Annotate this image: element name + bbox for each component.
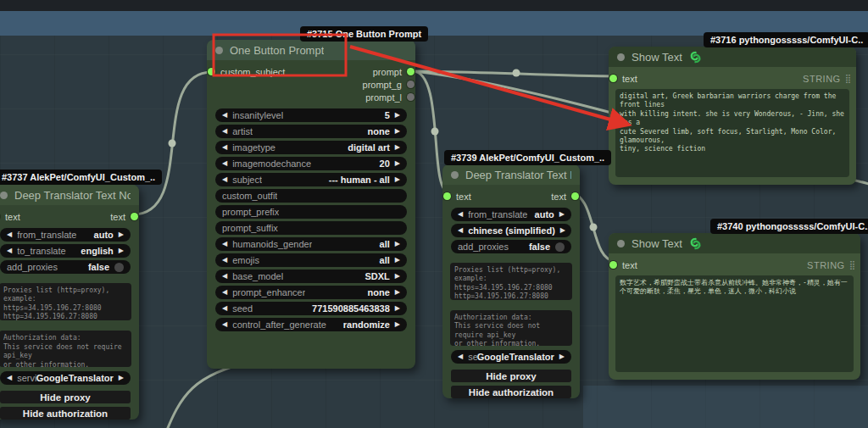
authorization-textarea[interactable]: Authorization data: This service does no…	[0, 331, 131, 367]
authorization-textarea[interactable]: Authorization data: This service does no…	[450, 310, 572, 346]
link-midpoint-dot[interactable]	[431, 128, 439, 136]
combo-left-arrow-icon[interactable]: ◀	[458, 350, 463, 364]
link-midpoint-dot[interactable]	[590, 224, 598, 231]
combo-left-arrow-icon[interactable]: ◀	[222, 125, 227, 138]
hide-authorization-button[interactable]: Hide authorization	[451, 386, 571, 398]
output-port-text[interactable]	[571, 192, 579, 200]
combo-right-arrow-icon[interactable]: ▶	[395, 286, 400, 299]
node-titlebar[interactable]: Show Text	[609, 233, 860, 253]
collapse-dot-icon[interactable]	[0, 192, 8, 199]
service-combo[interactable]: ◀ service GoogleTranslator ▶	[451, 350, 571, 364]
widget-row[interactable]: ◀ artist none ▶	[215, 125, 407, 138]
collapse-dot-icon[interactable]	[215, 47, 223, 54]
collapse-dot-icon[interactable]	[617, 240, 625, 247]
show-text-output-textarea[interactable]: 数字艺术，希腊野蛮战士带着杀意从前线冲锋。她非常神奇，-精灵，她有一 个可爱的断…	[615, 275, 854, 372]
combo-left-arrow-icon[interactable]: ◀	[7, 371, 12, 385]
combo-left-arrow-icon[interactable]: ◀	[222, 141, 227, 154]
node-graph-canvas[interactable]: #3715 One Button Prompt #3737 AlekPet/Co…	[0, 0, 868, 428]
node-titlebar[interactable]: One Button Prompt	[207, 40, 415, 60]
combo-left-arrow-icon[interactable]: ◀	[222, 270, 227, 283]
widget-row[interactable]: ◀ control_after_generate randomize ▶	[215, 318, 407, 331]
node-deep-translator-3737[interactable]: Deep Translator Text Node text text ◀ fr…	[0, 185, 139, 420]
widget-row[interactable]: ◀ to_translate chinese (simplified) ▶	[451, 224, 571, 237]
widget-row[interactable]: ◀ base_model SDXL ▶	[215, 270, 407, 283]
widget-row[interactable]: ◀ prompt_enhancer none ▶	[215, 286, 407, 299]
input-port-text[interactable]	[609, 261, 617, 269]
combo-right-arrow-icon[interactable]: ▶	[395, 270, 400, 283]
widget-row[interactable]: prompt_suffix	[215, 221, 407, 235]
combo-left-arrow-icon[interactable]: ◀	[7, 244, 12, 258]
node-deep-translator-3739[interactable]: Deep Translator Text Node text text ◀ fr…	[442, 164, 580, 398]
widget-row[interactable]: custom_outfit	[215, 189, 407, 203]
proxies-textarea[interactable]: Proxies list (http=proxy), example: http…	[450, 263, 572, 300]
combo-right-arrow-icon[interactable]: ▶	[119, 371, 124, 385]
input-port-text[interactable]	[443, 192, 451, 200]
widget-row[interactable]: add_proxies false	[0, 260, 131, 274]
combo-right-arrow-icon[interactable]: ▶	[395, 237, 400, 251]
widget-row[interactable]: ◀ humanoids_gender all ▶	[215, 237, 407, 251]
widget-list: ◀ from_translate auto ▶ ◀ to_translate c…	[442, 203, 580, 256]
proxies-textarea[interactable]: Proxies list (http=proxy), example: http…	[0, 283, 131, 320]
show-text-output-textarea[interactable]: digital art, Greek barbarian warriors ch…	[615, 89, 849, 177]
combo-left-arrow-icon[interactable]: ◀	[458, 224, 463, 237]
toggle-knob[interactable]	[555, 242, 565, 252]
input-label: custom_subject	[220, 67, 285, 77]
output-port-text[interactable]	[131, 213, 138, 220]
combo-right-arrow-icon[interactable]: ▶	[119, 228, 124, 242]
output-port-prompt-g[interactable]	[407, 81, 415, 88]
combo-left-arrow-icon[interactable]: ◀	[222, 108, 227, 122]
widget-row[interactable]: ◀ imagemodechance 20 ▶	[215, 157, 407, 170]
widget-row[interactable]: ◀ from_translate auto ▶	[451, 208, 571, 221]
combo-left-arrow-icon[interactable]: ◀	[458, 208, 463, 221]
combo-right-arrow-icon[interactable]: ▶	[395, 125, 400, 138]
widget-row[interactable]: ◀ imagetype digital art ▶	[215, 141, 407, 154]
widget-row[interactable]: ◀ seed 771590885463838 ▶	[215, 302, 407, 315]
node-titlebar[interactable]: Deep Translator Text Node	[442, 164, 580, 185]
node-show-text-3716[interactable]: Show Text text STRING ⣿ digital art, Gre…	[609, 47, 856, 185]
output-port-prompt-l[interactable]	[407, 93, 415, 101]
combo-right-arrow-icon[interactable]: ▶	[119, 244, 124, 258]
node-titlebar[interactable]: Show Text	[609, 47, 856, 67]
combo-left-arrow-icon[interactable]: ◀	[222, 302, 227, 315]
collapse-dot-icon[interactable]	[451, 171, 459, 179]
combo-left-arrow-icon[interactable]: ◀	[222, 157, 227, 170]
widget-row[interactable]: ◀ emojis all ▶	[215, 253, 407, 267]
widget-row[interactable]: ◀ insanitylevel 5 ▶	[215, 108, 407, 122]
collapse-dot-icon[interactable]	[617, 53, 625, 61]
combo-right-arrow-icon[interactable]: ▶	[395, 253, 400, 267]
wire-from-offscreen-bottom[interactable]	[163, 360, 254, 428]
combo-left-arrow-icon[interactable]: ◀	[222, 237, 227, 251]
node-one-button-prompt[interactable]: One Button Prompt custom_subject prompt …	[207, 40, 415, 369]
input-port-custom-subject[interactable]	[208, 68, 215, 75]
toggle-knob[interactable]	[114, 263, 124, 272]
widget-row[interactable]: ◀ subject --- human - all ▶	[215, 173, 407, 186]
combo-left-arrow-icon[interactable]: ◀	[222, 318, 227, 331]
output-port-prompt[interactable]	[407, 68, 415, 75]
widget-row[interactable]: ◀ from_translate auto ▶	[0, 228, 131, 242]
combo-right-arrow-icon[interactable]: ▶	[559, 350, 565, 364]
hide-proxy-button[interactable]: Hide proxy	[451, 370, 571, 382]
hide-proxy-button[interactable]: Hide proxy	[0, 391, 131, 403]
combo-right-arrow-icon[interactable]: ▶	[560, 224, 565, 237]
combo-right-arrow-icon[interactable]: ▶	[395, 318, 400, 331]
combo-right-arrow-icon[interactable]: ▶	[395, 302, 400, 315]
node-show-text-3740[interactable]: Show Text text STRING ⣿ 数字艺术，希腊野蛮战士带着杀意从…	[609, 233, 860, 380]
combo-left-arrow-icon[interactable]: ◀	[222, 253, 227, 267]
combo-right-arrow-icon[interactable]: ▶	[395, 157, 400, 170]
widget-row[interactable]: add_proxies false	[451, 240, 571, 253]
widget-row[interactable]: prompt_prefix	[215, 205, 407, 219]
hide-authorization-button[interactable]: Hide authorization	[0, 407, 131, 420]
combo-left-arrow-icon[interactable]: ◀	[7, 228, 12, 242]
combo-right-arrow-icon[interactable]: ▶	[395, 141, 400, 154]
combo-left-arrow-icon[interactable]: ◀	[222, 286, 227, 299]
node-titlebar[interactable]: Deep Translator Text Node	[0, 185, 139, 205]
combo-right-arrow-icon[interactable]: ▶	[395, 173, 400, 186]
combo-right-arrow-icon[interactable]: ▶	[559, 208, 565, 221]
service-combo[interactable]: ◀ service GoogleTranslator ▶	[0, 371, 131, 385]
widget-row[interactable]: ◀ to_translate english ▶	[0, 244, 131, 258]
link-midpoint-dot[interactable]	[513, 69, 520, 77]
combo-right-arrow-icon[interactable]: ▶	[395, 108, 400, 122]
input-port-text[interactable]	[609, 75, 617, 82]
link-midpoint-dot[interactable]	[169, 140, 176, 147]
combo-left-arrow-icon[interactable]: ◀	[222, 173, 227, 186]
